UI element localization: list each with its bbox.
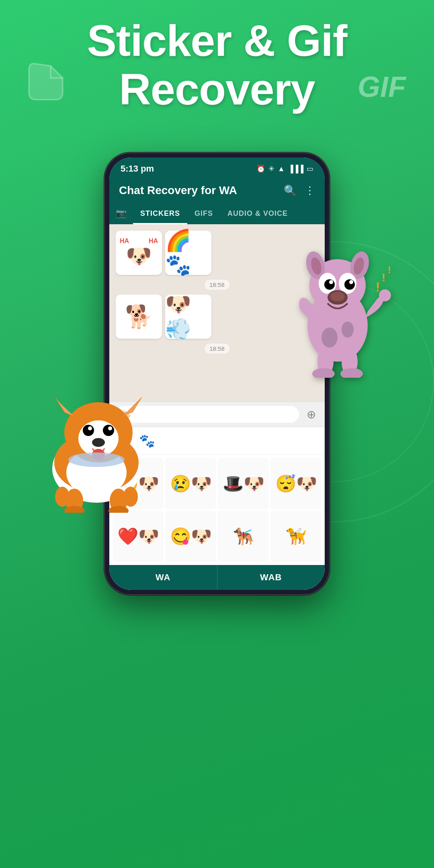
svg-point-35: [88, 426, 92, 430]
svg-point-2: [342, 321, 354, 338]
tabs-bar: 📷 STICKERS GIFS AUDIO & VOICE: [109, 203, 325, 224]
tab-stickers[interactable]: STICKERS: [133, 203, 187, 224]
picker-sticker-7[interactable]: 🐕‍🦺: [218, 511, 269, 562]
signal-icon: ▐▐▐: [288, 165, 303, 173]
camera-tab-icon[interactable]: 📷: [109, 203, 133, 224]
picker-sticker-2[interactable]: 😢🐶: [165, 458, 216, 509]
app-bar-actions: 🔍 ⋮: [284, 184, 315, 197]
hero-line1: Sticker & Gif: [87, 16, 347, 65]
tab-gifs[interactable]: GIFS: [187, 203, 220, 224]
hero-line2: Recovery: [119, 64, 315, 114]
svg-point-13: [349, 280, 353, 284]
courage-dog-character: ! ! !: [289, 233, 394, 389]
hero-title: Sticker & Gif Recovery: [0, 16, 434, 113]
svg-point-12: [329, 280, 333, 284]
picker-sticker-4[interactable]: 😴🐶: [270, 458, 321, 509]
more-options-icon[interactable]: ⋮: [305, 184, 315, 197]
svg-point-33: [83, 425, 94, 436]
battery-icon: ▭: [307, 164, 313, 173]
sticker-laughing-dog-1: HAHA 🐶: [116, 231, 162, 275]
bluetooth-icon: ✳: [268, 164, 274, 173]
timestamp-2: 18:58: [205, 344, 229, 354]
svg-text:!: !: [388, 264, 391, 275]
phone-mockup: 5:13 pm ⏰ ✳ ▲ ▐▐▐ ▭ Chat Recovery for WA…: [104, 153, 330, 595]
picker-sticker-3[interactable]: 🎩🐶: [218, 458, 269, 509]
status-time: 5:13 pm: [121, 164, 154, 174]
svg-point-16: [379, 289, 391, 301]
wifi-icon: ▲: [278, 165, 285, 173]
message-row-2: 🐕 🐶💨: [116, 295, 318, 339]
sticker-dog-rainbow: 🌈🐾: [165, 231, 211, 275]
bottom-nav: WA WAB: [109, 565, 325, 590]
svg-point-15: [330, 292, 345, 301]
svg-point-43: [123, 487, 138, 507]
picker-sticker-6[interactable]: 😋🐶: [165, 511, 216, 562]
svg-point-1: [321, 328, 338, 348]
add-attachment-button[interactable]: ⊕: [303, 406, 319, 422]
search-icon[interactable]: 🔍: [284, 184, 297, 197]
svg-marker-30: [123, 396, 143, 416]
sticker-corgi: 🐕: [116, 295, 162, 339]
nav-wab[interactable]: WAB: [217, 565, 325, 590]
sticker-pug: 🐶💨: [165, 295, 211, 339]
corgi-character: [32, 392, 161, 514]
picker-sticker-8[interactable]: 🦮: [270, 511, 321, 562]
message-row-1: HAHA 🐶 🌈🐾: [116, 231, 318, 275]
status-icons: ⏰ ✳ ▲ ▐▐▐ ▭: [256, 164, 313, 173]
tab-audio-voice[interactable]: AUDIO & VOICE: [220, 203, 295, 224]
svg-marker-32: [124, 400, 140, 416]
svg-point-36: [108, 426, 112, 430]
picker-sticker-5[interactable]: ❤️🐶: [113, 511, 164, 562]
svg-point-42: [55, 487, 70, 507]
app-bar-title: Chat Recovery for WA: [119, 184, 237, 197]
svg-text:!: !: [382, 271, 385, 284]
app-bar: Chat Recovery for WA 🔍 ⋮: [109, 178, 325, 203]
svg-point-10: [324, 279, 335, 290]
alarm-icon: ⏰: [256, 164, 265, 173]
timestamp-1: 18:58: [205, 280, 229, 290]
svg-point-39: [68, 452, 125, 467]
svg-text:!: !: [376, 280, 380, 294]
svg-point-37: [92, 438, 105, 447]
svg-point-11: [344, 279, 355, 290]
svg-marker-31: [57, 400, 73, 416]
svg-point-34: [103, 425, 114, 436]
nav-wa[interactable]: WA: [109, 565, 217, 590]
status-bar: 5:13 pm ⏰ ✳ ▲ ▐▐▐ ▭: [109, 158, 325, 178]
